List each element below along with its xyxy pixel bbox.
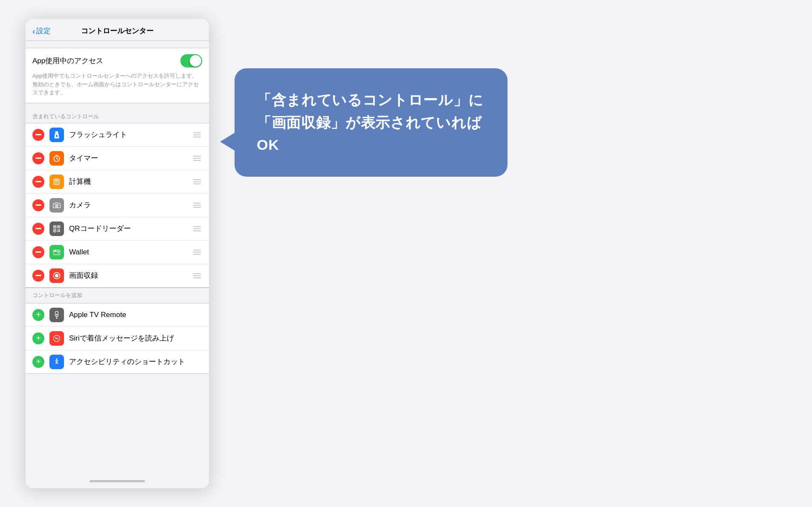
settings-content[interactable]: App使用中のアクセス App使用中でもコントロールセンターへのアクセスを許可し… — [26, 41, 209, 474]
nav-bar: ‹ 設定 コントロールセンター — [26, 19, 209, 41]
accessibility-label: アクセシビリティのショートカット — [69, 357, 202, 367]
svg-rect-8 — [58, 181, 59, 183]
remove-camera-button[interactable] — [32, 199, 44, 211]
nav-back-button[interactable]: ‹ 設定 — [32, 26, 51, 36]
timer-drag-handle[interactable] — [192, 156, 202, 161]
svg-rect-19 — [54, 230, 55, 231]
camera-label: カメラ — [69, 200, 188, 210]
svg-rect-9 — [55, 183, 56, 184]
list-item: Wallet — [26, 241, 209, 264]
remove-wallet-button[interactable] — [32, 246, 44, 258]
remove-screen-record-button[interactable] — [32, 270, 44, 282]
settings-panel: ‹ 設定 コントロールセンター App使用中のアクセス App使用中でもコントロ… — [26, 19, 209, 488]
toggle-description: App使用中でもコントロールセンターへのアクセスを許可します。無効のときでも、ホ… — [32, 72, 202, 97]
included-controls-header: 含まれているコントロール — [26, 103, 209, 123]
qr-icon — [49, 221, 64, 236]
remove-flashlight-button[interactable] — [32, 129, 44, 141]
camera-icon — [49, 198, 64, 213]
add-controls-list: Apple TV Remote Siriで着信メッセージを読み上げ — [26, 303, 209, 374]
accessibility-icon — [49, 355, 64, 369]
siri-label: Siriで着信メッセージを読み上げ — [69, 333, 202, 343]
svg-point-33 — [56, 358, 57, 359]
svg-rect-26 — [58, 252, 59, 253]
svg-rect-22 — [58, 231, 59, 232]
svg-rect-7 — [56, 181, 58, 183]
svg-rect-17 — [58, 226, 59, 227]
svg-rect-25 — [54, 250, 56, 251]
svg-point-13 — [56, 205, 57, 206]
siri-icon — [49, 331, 64, 346]
calc-icon — [49, 175, 64, 189]
add-siri-button[interactable] — [32, 332, 44, 344]
add-controls-header: コントロールを追加 — [32, 291, 82, 299]
callout-bubble: 「含まれているコントロール」に 「画面収録」が表示されていれば OK — [235, 68, 508, 177]
svg-rect-20 — [58, 229, 59, 230]
add-controls-separator: コントロールを追加 — [26, 288, 209, 303]
camera-drag-handle[interactable] — [192, 203, 202, 208]
qr-drag-handle[interactable] — [192, 226, 202, 231]
callout-line3: OK — [257, 137, 279, 153]
svg-rect-1 — [56, 135, 57, 137]
toggle-section: App使用中のアクセス App使用中でもコントロールセンターへのアクセスを許可し… — [26, 48, 209, 103]
svg-rect-3 — [56, 155, 58, 156]
screen-record-drag-handle[interactable] — [192, 273, 202, 278]
list-item: Apple TV Remote — [26, 303, 209, 327]
remove-timer-button[interactable] — [32, 152, 44, 164]
timer-label: タイマー — [69, 153, 188, 163]
qr-label: QRコードリーダー — [69, 224, 188, 233]
svg-rect-10 — [56, 183, 58, 184]
app-access-toggle[interactable] — [180, 54, 202, 67]
wallet-label: Wallet — [69, 248, 188, 256]
svg-rect-23 — [59, 231, 60, 232]
list-item: タイマー — [26, 147, 209, 170]
calc-drag-handle[interactable] — [192, 179, 202, 184]
appletv-icon — [49, 308, 64, 322]
screen-record-icon — [49, 268, 64, 283]
screen-record-label: 画面収録 — [69, 271, 188, 280]
flashlight-icon — [49, 128, 64, 142]
svg-rect-15 — [54, 226, 55, 227]
list-item: 画面収録 — [26, 264, 209, 287]
flashlight-drag-handle[interactable] — [192, 132, 202, 137]
svg-rect-21 — [59, 229, 60, 230]
home-indicator — [26, 474, 209, 488]
home-bar — [90, 480, 145, 482]
list-item: アクセシビリティのショートカット — [26, 350, 209, 373]
nav-back-label: 設定 — [36, 26, 51, 36]
appletv-label: Apple TV Remote — [69, 311, 202, 319]
list-item: Siriで着信メッセージを読み上げ — [26, 327, 209, 350]
timer-icon — [49, 151, 64, 166]
nav-title: コントロールセンター — [81, 26, 154, 36]
add-accessibility-button[interactable] — [32, 356, 44, 368]
list-item: フラッシュライト — [26, 123, 209, 147]
flashlight-label: フラッシュライト — [69, 130, 188, 140]
svg-rect-11 — [58, 183, 59, 184]
remove-qr-button[interactable] — [32, 223, 44, 235]
svg-point-30 — [56, 314, 57, 315]
list-item: QRコードリーダー — [26, 217, 209, 241]
callout-text: 「含まれているコントロール」に 「画面収録」が表示されていれば OK — [257, 89, 485, 156]
callout-line2: 「画面収録」が表示されていれば — [257, 114, 481, 131]
remove-calc-button[interactable] — [32, 176, 44, 188]
toggle-label: App使用中のアクセス — [32, 56, 103, 66]
list-item: 計算機 — [26, 170, 209, 194]
svg-rect-6 — [55, 181, 56, 183]
list-item: カメラ — [26, 194, 209, 217]
svg-point-28 — [55, 274, 58, 277]
toggle-knob — [190, 55, 201, 67]
wallet-drag-handle[interactable] — [192, 250, 202, 255]
svg-rect-0 — [55, 131, 58, 133]
included-controls-list: フラッシュライト タイマー — [26, 123, 209, 288]
callout-line1: 「含まれているコントロール」に — [257, 92, 483, 108]
svg-rect-5 — [55, 180, 59, 181]
back-chevron-icon: ‹ — [32, 27, 35, 35]
add-appletv-button[interactable] — [32, 309, 44, 321]
calc-label: 計算機 — [69, 177, 188, 186]
wallet-icon — [49, 245, 64, 259]
toggle-row: App使用中のアクセス — [32, 54, 202, 67]
